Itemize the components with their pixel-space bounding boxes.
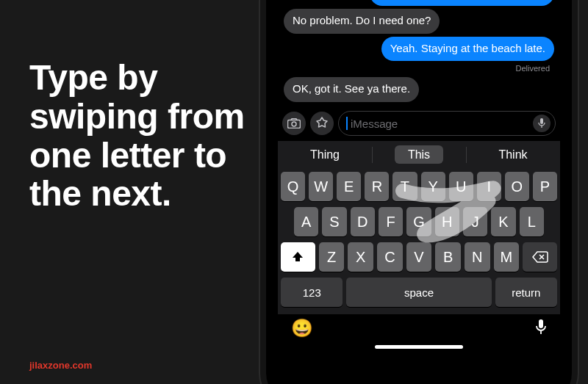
key-m[interactable]: M xyxy=(494,242,520,272)
message-thread: Can you grab my blue sweatshirt? No prob… xyxy=(278,0,560,108)
watermark: jilaxzone.com xyxy=(29,360,92,371)
svg-rect-2 xyxy=(540,118,543,124)
key-r[interactable]: R xyxy=(365,172,389,201)
apps-icon[interactable] xyxy=(310,112,334,135)
key-k[interactable]: K xyxy=(491,207,515,236)
key-c[interactable]: C xyxy=(377,242,403,272)
camera-icon[interactable] xyxy=(282,112,306,135)
iphone-screen: Can you grab my blue sweatshirt? No prob… xyxy=(278,0,560,384)
keyboard-bottom-bar: 😀 xyxy=(278,314,560,342)
message-bubble-in: OK, got it. See ya there. xyxy=(284,77,419,102)
key-f[interactable]: F xyxy=(379,207,403,236)
key-h[interactable]: H xyxy=(435,207,459,236)
key-y[interactable]: Y xyxy=(421,172,445,201)
key-t[interactable]: T xyxy=(392,172,417,201)
svg-rect-3 xyxy=(539,319,543,328)
home-indicator[interactable] xyxy=(375,345,463,349)
shift-key[interactable] xyxy=(281,242,315,272)
key-w[interactable]: W xyxy=(309,172,333,201)
headline: Type by swiping from one letter to the n… xyxy=(29,59,257,214)
message-placeholder: iMessage xyxy=(351,117,533,130)
mic-icon[interactable] xyxy=(535,319,547,338)
backspace-key[interactable] xyxy=(523,242,557,272)
return-key[interactable]: return xyxy=(495,278,557,307)
dictation-icon[interactable] xyxy=(533,115,551,132)
text-caret xyxy=(346,117,348,130)
prediction-right[interactable]: Think xyxy=(466,141,560,169)
key-u[interactable]: U xyxy=(449,172,473,201)
key-b[interactable]: B xyxy=(435,242,461,272)
key-z[interactable]: Z xyxy=(319,242,345,272)
svg-point-1 xyxy=(292,122,296,126)
key-q[interactable]: Q xyxy=(281,172,305,201)
key-o[interactable]: O xyxy=(505,172,529,201)
key-n[interactable]: N xyxy=(465,242,490,272)
key-row-4: 123 space return xyxy=(281,278,557,307)
input-bar: iMessage xyxy=(278,108,560,140)
key-j[interactable]: J xyxy=(463,207,487,236)
keyboard: Q W E R T Y U I O P A S D F G H J K L xyxy=(278,169,560,314)
key-d[interactable]: D xyxy=(351,207,375,236)
key-v[interactable]: V xyxy=(406,242,432,272)
message-input[interactable]: iMessage xyxy=(338,111,556,136)
prediction-left[interactable]: Thing xyxy=(278,141,372,169)
key-row-3: Z X C V B N M xyxy=(281,242,557,272)
message-row: Yeah. Staying at the beach late. xyxy=(284,37,554,62)
shift-icon xyxy=(291,250,304,264)
message-bubble-out: Can you grab my blue sweatshirt? xyxy=(370,0,554,6)
key-a[interactable]: A xyxy=(294,207,318,236)
numbers-key[interactable]: 123 xyxy=(281,278,343,307)
backspace-icon xyxy=(532,251,548,263)
space-key[interactable]: space xyxy=(346,278,491,307)
svg-rect-0 xyxy=(288,120,301,128)
key-g[interactable]: G xyxy=(406,207,431,236)
message-row: OK, got it. See ya there. xyxy=(284,77,554,102)
delivered-label: Delivered xyxy=(284,64,554,74)
iphone-frame: Can you grab my blue sweatshirt? No prob… xyxy=(266,0,572,384)
key-row-2: A S D F G H J K L xyxy=(281,207,557,236)
key-p[interactable]: P xyxy=(533,172,557,201)
prediction-center[interactable]: This xyxy=(372,141,466,169)
key-l[interactable]: L xyxy=(520,207,544,236)
prediction-bar: Thing This Think xyxy=(278,140,560,169)
key-row-1: Q W E R T Y U I O P xyxy=(281,172,557,201)
key-i[interactable]: I xyxy=(477,172,501,201)
message-bubble-in: No problem. Do I need one? xyxy=(284,9,440,34)
key-x[interactable]: X xyxy=(348,242,373,272)
message-bubble-out: Yeah. Staying at the beach late. xyxy=(381,37,554,62)
key-e[interactable]: E xyxy=(337,172,361,201)
emoji-icon[interactable]: 😀 xyxy=(291,319,313,337)
message-row: No problem. Do I need one? xyxy=(284,9,554,34)
message-row: Can you grab my blue sweatshirt? xyxy=(284,0,554,6)
key-s[interactable]: S xyxy=(322,207,346,236)
